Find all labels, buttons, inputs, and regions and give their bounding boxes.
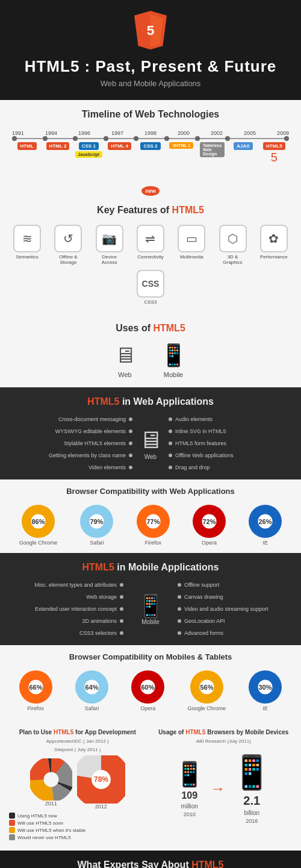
svg-text:30%: 30%: [259, 684, 272, 691]
mobile-phone-icon: 📱: [160, 343, 187, 368]
web-feature-3: Stylable HTML5 elements: [12, 440, 132, 446]
feature-3d-graphics-label: 3D & Graphics: [217, 254, 249, 265]
web-feature-r4: Offline Web applications: [169, 452, 289, 458]
use-web: 🖥 Web: [114, 343, 136, 378]
usage-col: Usage of HTML5 Browsers by Mobile Device…: [152, 726, 296, 843]
web-apps-section: HTML5 in Web Applications Cross-document…: [0, 387, 301, 479]
web-center-label: Web: [144, 454, 157, 460]
tag-js: JavaScript: [75, 151, 102, 158]
mobile-apps-left: Misc. element types and attributes Web s…: [12, 582, 123, 636]
phone-2016: 📱 2.1 billion 2016: [231, 753, 273, 824]
tag-html2: HTML 2: [46, 142, 70, 150]
features-grid: ≋ Semantics ↺ Offline & Storage 📷 Device…: [9, 225, 292, 305]
safari-mobile-icon: 64%: [75, 670, 108, 704]
pie-2012: 78%: [77, 755, 125, 804]
svg-text:5: 5: [147, 22, 155, 38]
svg-text:66%: 66%: [29, 684, 42, 691]
svg-text:78%: 78%: [94, 775, 108, 784]
ie-icon: 26%: [249, 505, 282, 538]
browser-firefox-web: 77% Firefox: [137, 505, 170, 546]
plan-legend: Using HTML5 now Will use HTML5 soon Will…: [9, 813, 146, 840]
feature-device-access-label: Device Access: [94, 254, 125, 265]
feature-performance: ✿ Performance: [258, 225, 290, 265]
uses-section: Uses of HTML5 🖥 Web 📱 Mobile: [0, 317, 301, 387]
pie-2012-year: 2012: [95, 804, 107, 810]
arrow-right-icon: →: [211, 780, 225, 797]
use-web-label: Web: [118, 371, 131, 378]
tag-html5: HTML5: [263, 142, 285, 150]
tag-xhtml: XHTML 1: [169, 142, 193, 149]
feature-semantics-label: Semantics: [16, 254, 38, 260]
browser-safari-mobile: 64% Safari: [75, 670, 108, 711]
browser-safari-web: 79% Safari: [80, 505, 113, 546]
phone-display: 📱 109 million 2010 → 📱 2.1 billion 2016: [155, 753, 293, 824]
mobile-apps-right: Offline support Canvas drawing Video and…: [178, 582, 289, 636]
chrome-icon: 86%: [22, 505, 55, 538]
ie-mobile-name: IE: [263, 705, 268, 711]
opera-mobile-icon: 60%: [131, 670, 164, 704]
feature-multimedia-label: Multimedia: [180, 254, 203, 260]
phone-2010-icon: 📱: [175, 760, 205, 788]
browser-opera-mobile: 60% Opera: [131, 670, 164, 711]
phone-2016-unit: billion: [244, 810, 259, 816]
feature-performance-label: Performance: [260, 254, 288, 260]
opera-mobile-name: Opera: [140, 705, 155, 711]
mobile-feature-r1: Offline support: [178, 582, 289, 588]
mobile-feature-r4: GeoLocation API: [178, 618, 289, 624]
feature-semantics: ≋ Semantics: [11, 225, 43, 265]
browser-compat-mobile-title: Browser Compatibility on Mobiles & Table…: [9, 652, 292, 661]
phone-2010-number: 109: [181, 790, 197, 801]
browser-firefox-mobile: 66% Firefox: [19, 670, 52, 711]
browser-compat-web-title: Browser Compatibility with Web Applicati…: [9, 487, 292, 496]
safari-icon: 79%: [80, 505, 113, 538]
legend-item-3: Will use HTML5 when it's stable: [9, 827, 146, 833]
browser-ie-mobile: 30% IE: [249, 670, 282, 711]
pie-2011: [30, 758, 72, 801]
year-2009: 2009: [277, 130, 289, 136]
offline-storage-icon: ↺: [54, 225, 82, 252]
browser-bars-mobile: 66% Firefox 64% Safari 60% Opera: [9, 670, 292, 711]
firefox-mobile-name: Firefox: [27, 705, 44, 711]
web-apps-right: Audio elements Inline SVG in HTML5 HTML5…: [169, 416, 289, 470]
year-1997: 1997: [111, 130, 123, 136]
tag-tableless: TablelessWebDesign: [200, 142, 225, 157]
feature-multimedia: ▭ Multimedia: [176, 225, 207, 265]
web-feature-r5: Drag and drop: [169, 464, 289, 470]
semantics-icon: ≋: [13, 225, 41, 252]
mobile-feature-3: Extended user interaction concept: [12, 606, 123, 612]
safari-mobile-name: Safari: [85, 705, 99, 711]
browser-bars-web: 86% Google Chrome 79% Safari 77% Firefox: [9, 505, 292, 546]
mobile-feature-r3: Video and audio streaming support: [178, 606, 289, 612]
firefox-web-name: Firefox: [144, 540, 161, 546]
web-apps-center: 🖥 Web: [138, 426, 163, 460]
mobile-center: 📱 Mobile: [126, 593, 175, 625]
phone-2010: 📱 109 million 2010: [175, 760, 205, 817]
feature-css3: CSS CSS3: [135, 270, 166, 305]
usage-source: ABI Research (July 2011): [155, 738, 293, 744]
tag-ajax: AJAX: [234, 142, 252, 150]
header-title: HTML5 : Past, Present & Future: [6, 57, 295, 76]
feature-connectivity-label: Connectivity: [137, 254, 164, 260]
plan-usage-row: Plan to Use HTML5 for App Development Ap…: [6, 726, 295, 843]
device-access-icon: 📷: [96, 225, 123, 252]
year-1996: 1996: [78, 130, 90, 136]
web-feature-1: Cross-document messaging: [12, 416, 132, 422]
web-computer-icon: 🖥: [114, 343, 136, 368]
plan-col: Plan to Use HTML5 for App Development Ap…: [6, 726, 149, 843]
plan-source-sitepoint: Sitepoint ( July 2011 ): [9, 747, 146, 752]
timeline-section: Timeline of Web Technologies 1991 1994 1…: [0, 100, 301, 175]
legend-item-2: Will use HTML5 soon: [9, 820, 146, 826]
tag-css1: CSS 1: [79, 142, 99, 150]
mobile-feature-5: CSS3 selectors: [12, 630, 123, 636]
web-feature-r2: Inline SVG in HTML5: [169, 428, 289, 434]
feature-3d-graphics: ⬡ 3D & Graphics: [217, 225, 249, 265]
tag-css2: CSS 2: [140, 142, 160, 150]
plan-title: Plan to Use HTML5 for App Development: [9, 729, 146, 735]
mobile-feature-1: Misc. element types and attributes: [12, 582, 123, 588]
svg-text:77%: 77%: [146, 518, 160, 525]
chrome-mobile-name: Google Chrome: [187, 705, 226, 711]
web-apps-features: Cross-document messaging WYSIWYG editabl…: [12, 416, 289, 470]
svg-text:60%: 60%: [141, 684, 155, 691]
timeline-title: Timeline of Web Technologies: [6, 109, 295, 120]
tag-html: HTML: [17, 142, 37, 150]
